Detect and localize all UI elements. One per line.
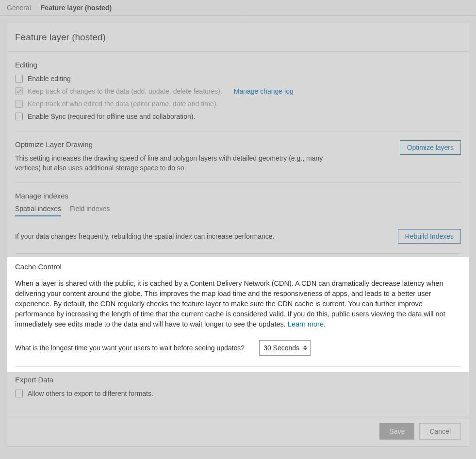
label-enable-editing: Enable editing — [28, 74, 71, 83]
subtab-field-indexes[interactable]: Field indexes — [70, 205, 110, 216]
row-enable-editing: Enable editing — [15, 74, 461, 83]
cache-time-select[interactable]: 30 Seconds — [259, 340, 311, 356]
cache-controls-row: What is the longest time you want your u… — [15, 340, 461, 356]
cache-period: . — [324, 320, 326, 328]
row-track-who: Keep track of who edited the data (edito… — [15, 99, 461, 109]
checkbox-allow-export[interactable] — [15, 390, 23, 397]
checkbox-track-changes — [15, 87, 23, 95]
section-indexes: Manage indexes Spatial indexes Field ind… — [15, 183, 461, 244]
label-allow-export: Allow others to export to different form… — [28, 389, 153, 398]
export-heading: Export Data — [15, 376, 461, 384]
checkbox-track-who — [15, 100, 23, 108]
editing-heading: Editing — [15, 61, 461, 69]
optimize-layers-button[interactable]: Optimize layers — [400, 140, 461, 155]
label-track-changes: Keep track of changes to the data (add, … — [28, 86, 222, 96]
row-allow-export: Allow others to export to different form… — [15, 389, 461, 398]
indexes-row: If your data changes frequently, rebuild… — [15, 229, 461, 244]
cache-time-value: 30 Seconds — [263, 344, 299, 352]
cache-heading: Cache Control — [15, 262, 461, 271]
settings-panel: Feature layer (hosted) Editing Enable ed… — [7, 23, 469, 447]
section-export: Export Data Allow others to export to di… — [15, 367, 461, 410]
label-track-who: Keep track of who edited the data (edito… — [28, 99, 218, 109]
panel-body: Editing Enable editing Keep track of cha… — [7, 52, 469, 416]
footer: Save Cancel — [7, 416, 469, 446]
subtab-spatial-indexes[interactable]: Spatial indexes — [15, 205, 61, 216]
page-title: Feature layer (hosted) — [7, 23, 469, 52]
optimize-heading: Optimize Layer Drawing — [15, 140, 326, 148]
tab-feature-layer[interactable]: Feature layer (hosted) — [41, 4, 112, 12]
section-editing: Editing Enable editing Keep track of cha… — [15, 52, 461, 121]
cache-para-text: When a layer is shared with the public, … — [15, 279, 445, 328]
label-enable-sync: Enable Sync (required for offline use an… — [28, 112, 195, 121]
indexes-heading: Manage indexes — [15, 192, 461, 200]
section-optimize: Optimize Layer Drawing This setting incr… — [15, 131, 461, 173]
index-subtabs: Spatial indexes Field indexes — [15, 205, 461, 216]
row-enable-sync: Enable Sync (required for offline use an… — [15, 112, 461, 121]
tab-general[interactable]: General — [7, 4, 31, 12]
section-cache-control: Cache Control When a layer is shared wit… — [15, 254, 461, 356]
top-tabs: General Feature layer (hosted) — [0, 0, 476, 16]
link-manage-change-log[interactable]: Manage change log — [234, 86, 294, 96]
checkbox-enable-editing[interactable] — [15, 75, 23, 82]
link-learn-more[interactable]: Learn more — [288, 320, 324, 328]
row-track-changes: Keep track of changes to the data (add, … — [15, 86, 461, 96]
optimize-desc: This setting increases the drawing speed… — [15, 153, 326, 173]
checkbox-enable-sync[interactable] — [15, 113, 23, 120]
indexes-desc: If your data changes frequently, rebuild… — [15, 232, 274, 240]
cancel-button[interactable]: Cancel — [419, 423, 461, 440]
save-button[interactable]: Save — [379, 423, 414, 440]
cache-question: What is the longest time you want your u… — [15, 344, 245, 352]
rebuild-indexes-button[interactable]: Rebuild Indexes — [398, 229, 461, 244]
cache-description: When a layer is shared with the public, … — [15, 279, 461, 329]
select-stepper-icon — [303, 345, 307, 350]
